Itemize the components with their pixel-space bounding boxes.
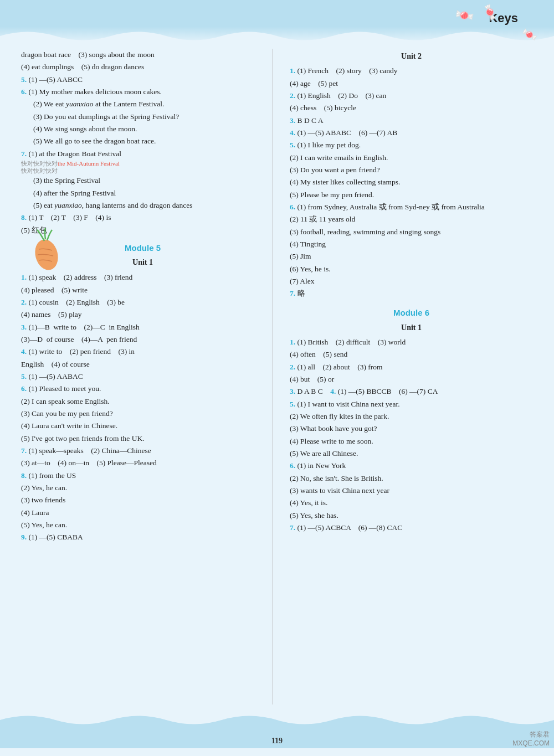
m5-6-2: (2) I can speak some English. [21, 395, 264, 407]
unit2-title: Unit 2 [290, 50, 533, 63]
m6-1: 1. (1) British (2) difficult (3) world [290, 336, 533, 348]
m6-6: 6. (1) in New York [290, 460, 533, 471]
answer-6-3: (3) Do you eat dumplings at the Spring F… [33, 111, 264, 122]
u2-3: 3. B D C A [290, 115, 533, 126]
answer-5: 5. (1) —(5) AABCC [21, 74, 264, 85]
m6-6-2: (2) No, she isn't. She is British. [290, 472, 533, 484]
watermark-logo: 答案君 [512, 730, 550, 739]
left-column: dragon boat race (3) songs about the moo… [21, 49, 273, 704]
m6-6-4: (4) Yes, it is. [290, 497, 533, 508]
kuaidui-1: 快对快对快对the Mid-Autumn Festival [21, 160, 264, 167]
m5-6-3: (3) Can you be my pen friend? [21, 408, 264, 419]
answer-6: 6. (1) My mother makes delicious moon ca… [21, 86, 264, 97]
u2-4: 4. (1) —(5) ABABC (6) —(7) AB [290, 127, 533, 138]
u2-6-3: (3) football, reading, swimming and sing… [290, 226, 533, 238]
u2-5-2: (2) I can write emails in English. [290, 152, 533, 163]
u2-6-5: (5) Jim [290, 250, 533, 262]
u2-2b: (4) chess (5) bicycle [290, 102, 533, 114]
m5-5: 5. (1) —(5) AABAC [21, 371, 264, 382]
module6-title: Module 6 [290, 306, 533, 320]
m6-5-3: (3) What book have you got? [290, 423, 533, 434]
m5-4: 4. (1) write to (2) pen friend (3) in [21, 346, 264, 357]
m5-4b: English (4) of course [21, 358, 264, 370]
m5-6: 6. (1) Pleased to meet you. [21, 383, 264, 394]
m6-6-3: (3) wants to visit China next year [290, 485, 533, 496]
m6-7: 7. (1) —(5) ACBCA (6) —(8) CAC [290, 522, 533, 533]
m5-3: 3. (1)—B write to (2)—C in English [21, 321, 264, 333]
watermark: 答案君 MXQE.COM [512, 730, 550, 747]
candy-icon-3: 🍬 [521, 27, 538, 43]
answer-7-3: (3) the Spring Festival [33, 174, 264, 186]
m5-8-3: (3) two friends [21, 494, 264, 506]
answer-7-5: (5) eat yuanxiao, hang lanterns and do d… [33, 199, 264, 211]
m6-2b: (4) but (5) or [290, 373, 533, 385]
m5-6-5: (5) I've got two pen friends from the UK… [21, 433, 264, 444]
u2-5: 5. (1) I like my pet dog. [290, 139, 533, 151]
m6-5: 5. (1) I want to visit China next year. [290, 398, 533, 410]
u2-5-4: (4) My sister likes collecting stamps. [290, 176, 533, 188]
m5-8-4: (4) Laura [21, 507, 264, 518]
m5-2: 2. (1) cousin (2) English (3) be [21, 296, 264, 308]
u2-1: 1. (1) French (2) story (3) candy [290, 65, 533, 76]
answer-6-5: (5) We all go to see the dragon boat rac… [33, 135, 264, 147]
watermark-url: MXQE.COM [512, 739, 550, 747]
intro-line-2: (4) eat dumplings (5) do dragon dances [21, 61, 264, 73]
u2-2: 2. (1) English (2) Do (3) can [290, 90, 533, 101]
m5-8-2: (2) Yes, he can. [21, 482, 264, 493]
m6-2: 2. (1) all (2) about (3) from [290, 361, 533, 373]
u2-7: 7. 略 [290, 287, 533, 299]
u2-6-6: (6) Yes, he is. [290, 263, 533, 275]
kuaidui-2: 快对快对快对 [21, 167, 264, 174]
answer-6-2: (2) We eat yuanxiao at the Lantern Festi… [33, 98, 264, 110]
m5-1b: (4) pleased (5) write [21, 284, 264, 296]
u2-6-4: (4) Tingting [290, 238, 533, 250]
m5-7b: (3) at—to (4) on—in (5) Please—Pleased [21, 457, 264, 469]
m5-6-4: (4) Laura can't write in Chinese. [21, 420, 264, 431]
m5-8-5: (5) Yes, he can. [21, 519, 264, 531]
m6-5-5: (5) We are all Chinese. [290, 448, 533, 459]
m6-5-2: (2) We often fly kites in the park. [290, 410, 533, 422]
page-number: 119 [271, 737, 283, 745]
answer-7: 7. (1) at the Dragon Boat Festival [21, 148, 264, 160]
answer-8: 8. (1) T (2) T (3) F (4) is [21, 212, 264, 223]
right-column: Unit 2 1. (1) French (2) story (3) candy… [284, 49, 533, 704]
m6-5-4: (4) Please write to me soon. [290, 435, 533, 447]
m6-6-5: (5) Yes, she has. [290, 510, 533, 521]
answer-6-4: (4) We sing songs about the moon. [33, 123, 264, 135]
u2-6: 6. (1) from Sydney, Australia 或 from Syd… [290, 201, 533, 213]
u2-6-7: (7) Alex [290, 275, 533, 287]
m6-3-4: 3. D A B C 4. (1) —(5) BBCCB (6) —(7) CA [290, 385, 533, 397]
m5-8: 8. (1) from the US [21, 470, 264, 481]
m6-1b: (4) often (5) send [290, 348, 533, 360]
u2-6-2: (2) 11 或 11 years old [290, 213, 533, 225]
m5-3b: (3)—D of course (4)—A pen friend [21, 333, 264, 345]
u2-1b: (4) age (5) pet [290, 78, 533, 89]
m5-7: 7. (1) speak—speaks (2) China—Chinese [21, 445, 264, 456]
m5-2b: (4) names (5) play [21, 308, 264, 320]
m6-unit1-title: Unit 1 [290, 322, 533, 334]
candy-icon-1: 🍬 [453, 3, 476, 27]
m5-9: 9. (1) —(5) CBABA [21, 531, 264, 543]
u2-5-5: (5) Please be my pen friend. [290, 189, 533, 200]
u2-5-3: (3) Do you want a pen friend? [290, 164, 533, 176]
answer-7-4: (4) after the Spring Festival [33, 187, 264, 199]
intro-line-1: dragon boat race (3) songs about the moo… [21, 49, 264, 60]
carrot-decoration [29, 227, 65, 274]
